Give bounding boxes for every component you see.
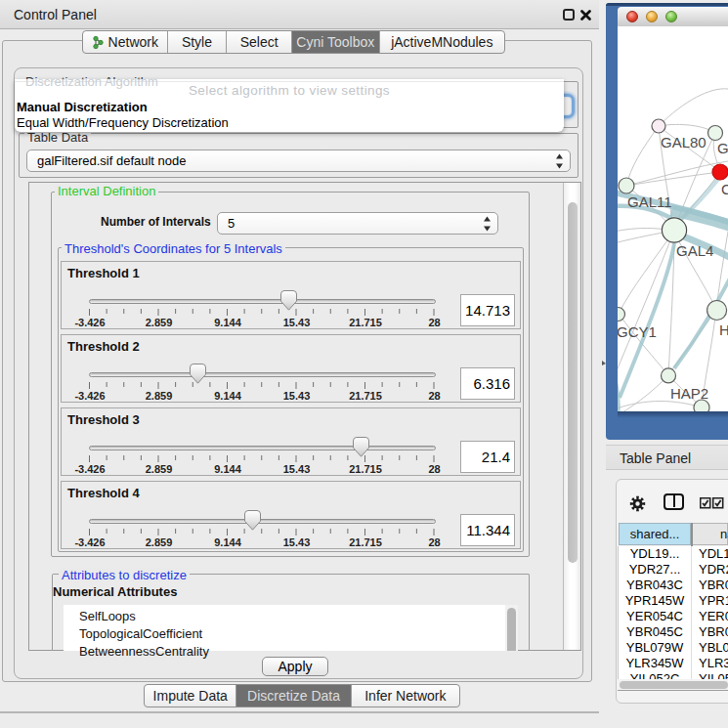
svg-text:GAL80: GAL80 — [661, 134, 707, 150]
svg-text:GAL11: GAL11 — [627, 193, 672, 210]
svg-text:G: G — [717, 140, 728, 156]
svg-text:H: H — [719, 321, 728, 338]
svg-text:C: C — [721, 181, 728, 197]
svg-text:GAL4: GAL4 — [676, 242, 713, 259]
svg-text:GCY1: GCY1 — [618, 323, 657, 340]
svg-text:HAP2: HAP2 — [670, 385, 708, 402]
